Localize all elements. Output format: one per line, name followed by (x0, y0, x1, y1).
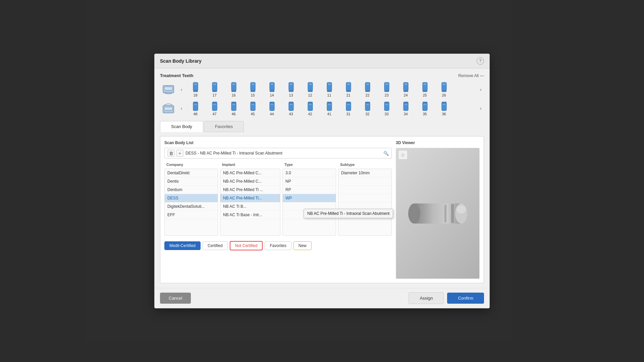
upper-prev-nav[interactable]: ‹ (178, 83, 185, 96)
list-item[interactable]: NB AC Pre-Milled Ti ... (220, 186, 280, 194)
svg-rect-12 (251, 83, 254, 85)
tab-favorites[interactable]: Favorites (204, 121, 244, 132)
list-item[interactable]: 3.0 (283, 169, 336, 177)
svg-rect-93 (444, 205, 446, 222)
tooth-item[interactable]: 16 (224, 81, 243, 98)
tooth-item[interactable]: 12 (301, 81, 319, 98)
search-text[interactable]: DESS - NB AC Pre-Milled Ti - Intraoral S… (185, 151, 381, 156)
tab-scan-body[interactable]: Scan Body (160, 121, 203, 132)
cancel-button[interactable]: Cancel (160, 293, 191, 304)
remove-all-button[interactable]: Remove All — (458, 73, 484, 78)
favorite-star-button[interactable]: ☆ (398, 150, 408, 160)
list-item[interactable]: NB AC Pre-Milled C... (220, 177, 280, 186)
list-item[interactable] (338, 194, 391, 202)
search-icon[interactable]: 🔍 (383, 151, 389, 156)
filter-new[interactable]: New (293, 241, 312, 250)
svg-rect-51 (212, 102, 217, 104)
lower-prev-nav[interactable]: ‹ (178, 102, 185, 115)
svg-rect-42 (442, 83, 445, 85)
company-header: Company (164, 161, 218, 168)
tooth-item[interactable]: 24 (396, 81, 415, 98)
delete-button[interactable]: 🗑 (167, 149, 175, 157)
content-area: Scan Body List 🗑 + DESS - NB AC Pre-Mill… (160, 136, 484, 283)
tooth-item[interactable]: 42 (301, 100, 319, 117)
list-item[interactable]: NB AC Ti Base - Intr... (220, 211, 280, 219)
company-list[interactable]: DentalDirekt Dentis Dentium DESS Digitek… (164, 169, 218, 236)
tooth-item[interactable]: 15 (244, 81, 262, 98)
list-item[interactable]: Dentium (165, 186, 218, 194)
svg-rect-18 (289, 83, 292, 85)
subtype-list[interactable]: Diameter 10mm (338, 169, 392, 236)
upper-jaw-icon (160, 83, 177, 96)
filter-not-certified[interactable]: Not Certified (230, 241, 263, 250)
lower-next-nav[interactable]: › (477, 102, 484, 115)
tooth-item[interactable]: 34 (396, 100, 415, 117)
list-item[interactable]: Dentis (165, 177, 218, 186)
search-bar: 🗑 + DESS - NB AC Pre-Milled Ti - Intraor… (164, 148, 392, 159)
svg-rect-34 (384, 90, 389, 92)
svg-rect-48 (193, 102, 198, 104)
svg-rect-40 (422, 90, 427, 92)
tooth-item[interactable]: 17 (205, 81, 224, 98)
tooth-item[interactable]: 18 (186, 81, 205, 98)
svg-rect-15 (270, 83, 273, 85)
list-item[interactable]: NB AC Ti B... (220, 202, 280, 211)
tooth-item[interactable]: 46 (224, 100, 243, 117)
confirm-button[interactable]: Confirm (447, 293, 484, 304)
list-item[interactable]: DentalDirekt (165, 169, 218, 177)
tooth-item[interactable]: 23 (377, 81, 396, 98)
svg-rect-6 (213, 83, 216, 85)
assign-button[interactable]: Assign (409, 292, 444, 304)
tooth-item[interactable]: 45 (244, 100, 262, 117)
add-button[interactable]: + (176, 149, 183, 157)
tooth-item[interactable]: 48 (186, 100, 205, 117)
list-item[interactable]: NB AC Pre-Milled C... (220, 169, 280, 177)
tooth-item[interactable]: 21 (339, 81, 358, 98)
filter-medit-certified[interactable]: Medit-Certified (164, 241, 201, 250)
lower-teeth-list: 48 47 46 45 (186, 100, 476, 117)
tooth-item[interactable]: 36 (435, 100, 453, 117)
list-item-selected[interactable]: DESS (165, 194, 218, 202)
tooth-item[interactable]: 11 (320, 81, 338, 98)
list-item[interactable]: EFF (165, 211, 218, 219)
treatment-section: Treatment Teeth Remove All — (160, 73, 484, 117)
search-actions: 🗑 + (167, 149, 183, 157)
list-item-selected[interactable]: WP (283, 194, 336, 202)
tooth-item[interactable]: 25 (416, 81, 434, 98)
filter-certified[interactable]: Certified (203, 241, 228, 250)
lower-teeth-row: ‹ 48 47 46 (160, 100, 484, 117)
tooth-item[interactable]: 22 (358, 81, 377, 98)
svg-rect-75 (365, 102, 370, 104)
list-item[interactable]: Diameter 10mm (338, 169, 391, 177)
tooth-item[interactable]: 43 (282, 100, 300, 117)
list-item[interactable]: DigitekDentalSoluti... (165, 202, 218, 211)
tooth-item[interactable]: 41 (320, 100, 338, 117)
tooth-item[interactable]: 14 (263, 81, 281, 98)
tooth-item[interactable]: 33 (377, 100, 396, 117)
help-button[interactable]: ? (477, 57, 484, 65)
tooth-item[interactable]: 44 (263, 100, 281, 117)
svg-rect-27 (347, 83, 350, 85)
svg-rect-30 (366, 83, 369, 85)
tooth-item[interactable]: 35 (416, 100, 434, 117)
implant-list[interactable]: NB AC Pre-Milled C... NB AC Pre-Milled C… (220, 169, 280, 236)
scan-body-list-title: Scan Body List (164, 140, 392, 145)
list-item[interactable]: RP (283, 186, 336, 194)
upper-next-nav[interactable]: › (477, 83, 484, 96)
tooth-item[interactable]: 26 (435, 81, 453, 98)
svg-rect-88 (414, 203, 461, 224)
tooth-item[interactable]: 13 (282, 81, 300, 98)
list-item[interactable]: NP (283, 177, 336, 186)
tooth-item[interactable]: 32 (358, 100, 377, 117)
svg-rect-16 (269, 90, 274, 92)
teeth-rows: ‹ 18 17 16 (160, 81, 484, 117)
svg-rect-36 (404, 83, 407, 85)
list-item-selected[interactable]: NB AC Pre-Milled Ti... (220, 194, 280, 202)
modal-title: Scan Body Library (160, 58, 202, 64)
list-item[interactable] (338, 177, 391, 186)
tooth-item[interactable]: 47 (205, 100, 224, 117)
list-item[interactable] (338, 186, 391, 194)
type-list[interactable]: 3.0 NP RP WP (282, 169, 336, 236)
tooth-item[interactable]: 31 (339, 100, 358, 117)
filter-favorites[interactable]: Favorites (265, 241, 291, 250)
